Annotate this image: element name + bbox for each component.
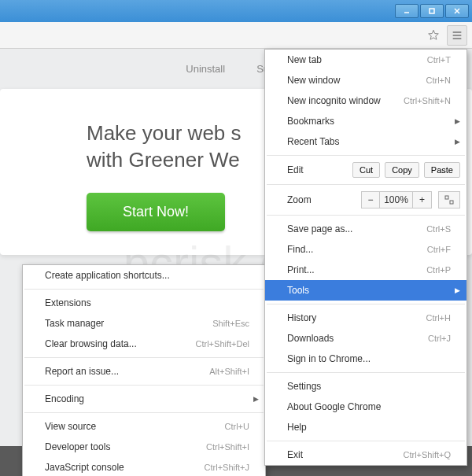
menu-separator	[267, 215, 465, 216]
menu-view-source[interactable]: View sourceCtrl+U	[23, 416, 265, 437]
chevron-right-icon: ▶	[455, 286, 460, 294]
menu-downloads[interactable]: DownloadsCtrl+J	[265, 328, 466, 349]
menu-tools[interactable]: Tools▶	[265, 280, 466, 301]
tools-submenu: Create application shortcuts... Extensio…	[22, 264, 266, 476]
minimize-button[interactable]	[395, 4, 419, 18]
hero-line2: with Greener We	[87, 148, 240, 172]
menu-save-page[interactable]: Save page as...Ctrl+S	[265, 219, 466, 239]
window-titlebar	[0, 0, 472, 22]
zoom-out-button[interactable]: −	[361, 191, 380, 208]
menu-edit-row: Edit Cut Copy Paste	[265, 159, 466, 181]
menu-extensions[interactable]: Extensions	[23, 293, 265, 313]
menu-new-incognito[interactable]: New incognito windowCtrl+Shift+N	[265, 90, 466, 111]
menu-bookmarks[interactable]: Bookmarks▶	[265, 111, 466, 131]
zoom-in-button[interactable]: +	[413, 191, 432, 208]
menu-separator	[24, 385, 264, 386]
fullscreen-button[interactable]	[438, 191, 460, 208]
hero-line1: Make your web s	[87, 121, 242, 145]
menu-help[interactable]: Help	[265, 417, 466, 437]
menu-encoding[interactable]: Encoding▶	[23, 389, 265, 409]
menu-print[interactable]: Print...Ctrl+P	[265, 260, 466, 280]
nav-uninstall[interactable]: Uninstall	[186, 63, 225, 75]
svg-rect-7	[445, 196, 448, 199]
chevron-right-icon: ▶	[253, 395, 259, 403]
chrome-menu: New tabCtrl+T New windowCtrl+N New incog…	[264, 49, 467, 466]
menu-find[interactable]: Find...Ctrl+F	[265, 239, 466, 260]
menu-exit[interactable]: ExitCtrl+Shift+Q	[265, 445, 466, 465]
menu-separator	[24, 412, 264, 413]
menu-separator	[267, 372, 465, 373]
zoom-label: Zoom	[287, 194, 312, 205]
menu-clear-data[interactable]: Clear browsing data...Ctrl+Shift+Del	[23, 334, 265, 354]
menu-history[interactable]: HistoryCtrl+H	[265, 308, 466, 328]
cut-button[interactable]: Cut	[352, 162, 380, 178]
close-button[interactable]	[445, 4, 469, 18]
chevron-right-icon: ▶	[455, 117, 460, 125]
menu-recent-tabs[interactable]: Recent Tabs▶	[265, 131, 466, 152]
menu-sign-in[interactable]: Sign in to Chrome...	[265, 349, 466, 369]
menu-hamburger-icon[interactable]	[447, 25, 467, 46]
zoom-value: 100%	[380, 191, 413, 208]
paste-button[interactable]: Paste	[424, 162, 460, 178]
menu-separator	[267, 441, 465, 441]
menu-dev-tools[interactable]: Developer toolsCtrl+Shift+I	[23, 437, 265, 457]
bookmark-star-icon[interactable]	[423, 25, 444, 46]
maximize-button[interactable]	[420, 4, 444, 18]
browser-toolbar	[0, 22, 472, 49]
menu-settings[interactable]: Settings	[265, 376, 466, 397]
menu-task-manager[interactable]: Task managerShift+Esc	[23, 313, 265, 334]
svg-rect-8	[450, 201, 453, 204]
browser-window: Uninstall Suppo Make your web s with Gre…	[0, 0, 472, 476]
copy-button[interactable]: Copy	[385, 162, 419, 178]
chevron-right-icon: ▶	[455, 138, 460, 146]
menu-zoom-row: Zoom − 100% +	[265, 188, 466, 212]
edit-label: Edit	[287, 164, 304, 175]
menu-create-shortcuts[interactable]: Create application shortcuts...	[23, 265, 265, 286]
menu-separator	[24, 357, 264, 358]
menu-separator	[24, 289, 264, 290]
menu-separator	[267, 155, 465, 156]
menu-new-tab[interactable]: New tabCtrl+T	[265, 50, 466, 70]
menu-report-issue[interactable]: Report an issue...Alt+Shift+I	[23, 361, 265, 382]
svg-rect-1	[430, 9, 434, 13]
menu-about[interactable]: About Google Chrome	[265, 397, 466, 417]
menu-new-window[interactable]: New windowCtrl+N	[265, 70, 466, 90]
start-now-button[interactable]: Start Now!	[87, 193, 225, 231]
menu-separator	[267, 184, 465, 185]
menu-js-console[interactable]: JavaScript consoleCtrl+Shift+J	[23, 457, 265, 476]
menu-separator	[267, 304, 465, 304]
